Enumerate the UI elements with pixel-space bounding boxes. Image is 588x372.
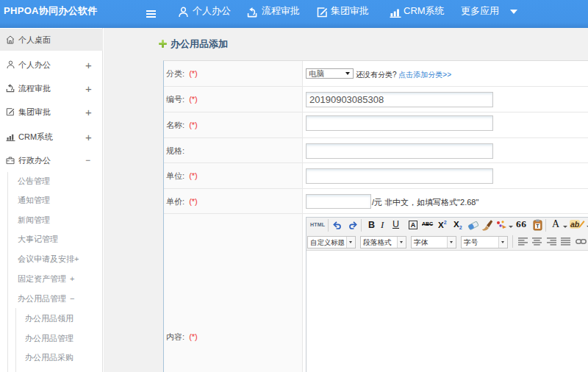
- svg-text:T: T: [536, 223, 539, 229]
